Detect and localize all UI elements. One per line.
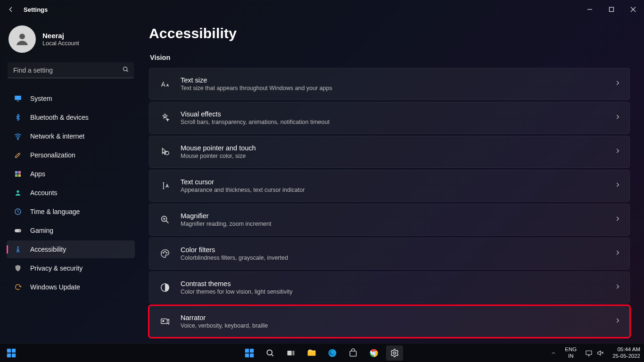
sidebar-item-label: Windows Update — [30, 283, 80, 291]
chevron-right-icon — [614, 148, 621, 156]
sidebar-item-label: Apps — [30, 170, 45, 178]
svg-rect-12 — [15, 174, 17, 177]
taskbar-explorer-icon[interactable] — [303, 346, 320, 361]
maximize-button[interactable] — [601, 0, 622, 19]
language-indicator[interactable]: ENG IN — [565, 346, 577, 359]
card-title: Text size — [181, 76, 614, 84]
card-magnifier[interactable]: Magnifier Magnifier reading, zoom increm… — [149, 204, 630, 236]
tray-expand-icon[interactable] — [548, 348, 559, 358]
card-subtitle: Scroll bars, transparency, animations, n… — [181, 119, 614, 125]
sidebar-item-accounts[interactable]: Accounts — [7, 184, 135, 202]
sidebar-item-label: Personalization — [30, 151, 75, 159]
sidebar-item-bluetooth-devices[interactable]: Bluetooth & devices — [7, 108, 135, 126]
svg-rect-7 — [15, 96, 21, 100]
svg-rect-33 — [7, 353, 11, 357]
wifi-icon — [13, 132, 23, 141]
system-tray[interactable] — [582, 347, 607, 359]
back-button[interactable] — [7, 5, 15, 14]
svg-point-49 — [394, 352, 396, 354]
svg-point-17 — [19, 230, 20, 231]
svg-point-5 — [124, 67, 127, 71]
mouse-icon — [156, 147, 174, 157]
start-button[interactable] — [3, 346, 20, 361]
user-profile[interactable]: Neeraj Local Account — [5, 25, 137, 53]
sidebar-item-gaming[interactable]: Gaming — [7, 222, 135, 239]
card-title: Visual effects — [181, 110, 614, 118]
sidebar-item-network-internet[interactable]: Network & internet — [7, 127, 135, 145]
svg-line-40 — [272, 354, 273, 356]
taskbar-edge-icon[interactable] — [324, 346, 341, 361]
sidebar-item-apps[interactable]: Apps — [7, 165, 135, 183]
shield-icon — [13, 263, 23, 273]
sidebar-item-windows-update[interactable]: Windows Update — [7, 278, 135, 296]
svg-rect-50 — [586, 351, 592, 354]
taskbar-start-icon[interactable] — [241, 346, 258, 361]
card-title: Color filters — [181, 246, 614, 254]
network-icon — [585, 349, 593, 357]
person-icon — [13, 188, 23, 197]
svg-rect-10 — [15, 171, 17, 173]
minimize-button[interactable] — [579, 0, 601, 19]
sidebar-item-label: Privacy & security — [30, 264, 83, 272]
card-title: Contrast themes — [181, 280, 614, 288]
card-text-cursor[interactable]: Text cursor Appearance and thickness, te… — [149, 170, 630, 202]
chevron-right-icon — [614, 283, 621, 292]
card-color-filters[interactable]: Color filters Colorblindness filters, gr… — [149, 238, 630, 270]
svg-rect-43 — [308, 352, 316, 355]
svg-rect-13 — [18, 174, 21, 177]
taskbar-store-icon[interactable] — [345, 346, 362, 361]
card-visual-effects[interactable]: Visual effects Scroll bars, transparency… — [149, 102, 630, 134]
search-icon — [122, 66, 129, 75]
taskbar-chrome-icon[interactable] — [365, 346, 382, 361]
chevron-right-icon — [614, 80, 621, 88]
clock-icon — [13, 207, 23, 216]
svg-point-26 — [165, 251, 165, 252]
sidebar-item-label: Accounts — [30, 189, 58, 197]
svg-point-9 — [17, 139, 18, 140]
close-button[interactable] — [622, 0, 644, 19]
chevron-right-icon — [614, 249, 621, 258]
svg-point-25 — [163, 252, 164, 253]
taskbar-settings-icon[interactable] — [386, 346, 403, 361]
svg-rect-37 — [245, 353, 249, 357]
card-subtitle: Color themes for low vision, light sensi… — [181, 288, 614, 295]
card-contrast-themes[interactable]: Contrast themes Color themes for low vis… — [149, 272, 630, 304]
card-narrator[interactable]: Narrator Voice, verbosity, keyboard, bra… — [149, 305, 630, 337]
sidebar-item-label: System — [30, 95, 52, 102]
user-name: Neeraj — [42, 32, 79, 40]
card-mouse-pointer-and-touch[interactable]: Mouse pointer and touch Mouse pointer co… — [149, 136, 630, 168]
card-title: Mouse pointer and touch — [181, 144, 614, 152]
search-input[interactable] — [8, 62, 134, 78]
page-title: Accessibility — [149, 25, 630, 41]
card-title: Magnifier — [181, 212, 614, 220]
sidebar-item-personalization[interactable]: Personalization — [7, 146, 135, 164]
svg-point-30 — [163, 321, 164, 322]
chevron-right-icon — [614, 114, 621, 122]
taskbar: ENG IN 05:44 AM 25-05-2022 — [0, 343, 644, 362]
sidebar-item-privacy-security[interactable]: Privacy & security — [7, 259, 135, 277]
svg-point-14 — [17, 190, 19, 193]
access-icon — [13, 245, 23, 254]
taskbar-taskview-icon[interactable] — [282, 346, 299, 361]
card-subtitle: Magnifier reading, zoom increment — [181, 221, 614, 227]
taskbar-search-icon[interactable] — [262, 346, 279, 361]
svg-rect-38 — [250, 353, 254, 357]
sidebar-item-system[interactable]: System — [7, 90, 135, 107]
card-title: Text cursor — [181, 178, 614, 186]
contrast-icon — [156, 282, 174, 293]
card-text-size[interactable]: Text size Text size that appears through… — [149, 68, 630, 100]
svg-point-20 — [165, 151, 169, 155]
svg-rect-11 — [18, 171, 21, 173]
sidebar-item-accessibility[interactable]: Accessibility — [7, 240, 135, 258]
svg-rect-36 — [250, 348, 254, 352]
card-subtitle: Colorblindness filters, grayscale, inver… — [181, 255, 614, 261]
sidebar-item-time-language[interactable]: Time & language — [7, 203, 135, 221]
clock[interactable]: 05:44 AM 25-05-2022 — [612, 346, 640, 359]
cursor-icon — [156, 181, 174, 191]
svg-point-19 — [17, 247, 19, 248]
window-title: Settings — [24, 6, 48, 13]
svg-rect-31 — [7, 348, 11, 352]
svg-rect-1 — [610, 8, 614, 12]
titlebar: Settings — [0, 0, 644, 19]
section-header-vision: Vision — [150, 54, 630, 61]
